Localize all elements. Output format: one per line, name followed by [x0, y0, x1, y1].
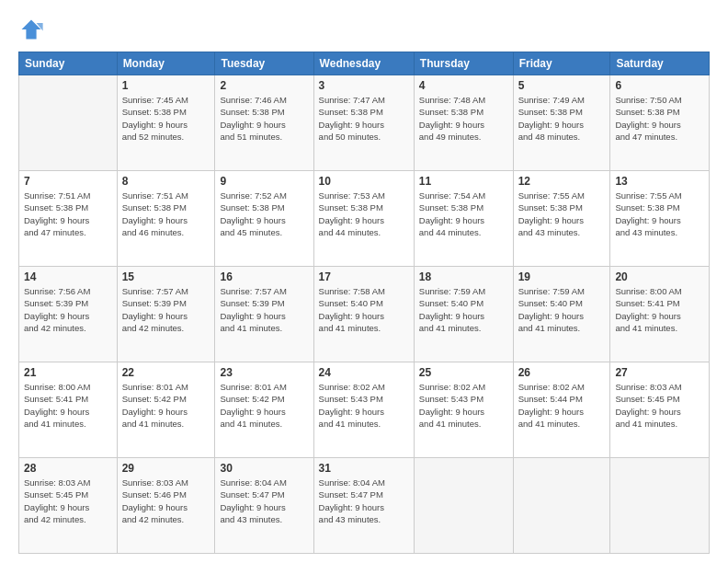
day-number: 8: [122, 175, 210, 188]
day-number: 9: [220, 175, 308, 188]
day-info: Sunrise: 8:01 AMSunset: 5:42 PMDaylight:…: [220, 381, 308, 430]
day-info: Sunrise: 7:55 AMSunset: 5:38 PMDaylight:…: [518, 190, 606, 238]
logo: [18, 17, 48, 42]
calendar-cell: 31Sunrise: 8:04 AMSunset: 5:47 PMDayligh…: [313, 458, 414, 554]
calendar-cell: 15Sunrise: 7:57 AMSunset: 5:39 PMDayligh…: [117, 267, 215, 362]
calendar-cell: 4Sunrise: 7:48 AMSunset: 5:38 PMDaylight…: [414, 75, 513, 171]
day-number: 2: [220, 79, 308, 92]
calendar-cell: 20Sunrise: 8:00 AMSunset: 5:41 PMDayligh…: [610, 267, 710, 362]
day-number: 30: [220, 462, 308, 475]
calendar-cell: 2Sunrise: 7:46 AMSunset: 5:38 PMDaylight…: [215, 75, 313, 171]
calendar-cell: 24Sunrise: 8:02 AMSunset: 5:43 PMDayligh…: [313, 362, 414, 458]
calendar-cell: 26Sunrise: 8:02 AMSunset: 5:44 PMDayligh…: [513, 362, 610, 458]
day-number: 25: [419, 366, 508, 379]
day-info: Sunrise: 8:03 AMSunset: 5:45 PMDaylight:…: [24, 477, 112, 525]
header: [18, 17, 710, 42]
day-info: Sunrise: 8:02 AMSunset: 5:43 PMDaylight:…: [319, 381, 409, 430]
calendar-cell: 9Sunrise: 7:52 AMSunset: 5:38 PMDaylight…: [215, 171, 313, 267]
weekday-header-thursday: Thursday: [414, 52, 513, 75]
day-info: Sunrise: 8:02 AMSunset: 5:44 PMDaylight:…: [518, 381, 606, 430]
day-info: Sunrise: 7:51 AMSunset: 5:38 PMDaylight:…: [24, 190, 112, 238]
calendar-cell: 13Sunrise: 7:55 AMSunset: 5:38 PMDayligh…: [610, 171, 710, 267]
calendar-cell: 29Sunrise: 8:03 AMSunset: 5:46 PMDayligh…: [117, 458, 215, 554]
weekday-header-wednesday: Wednesday: [313, 52, 414, 75]
day-info: Sunrise: 8:00 AMSunset: 5:41 PMDaylight:…: [24, 381, 112, 430]
weekday-header-tuesday: Tuesday: [215, 52, 313, 75]
day-number: 28: [24, 462, 112, 475]
day-info: Sunrise: 7:53 AMSunset: 5:38 PMDaylight:…: [319, 190, 409, 238]
day-info: Sunrise: 8:03 AMSunset: 5:46 PMDaylight:…: [122, 477, 210, 525]
day-info: Sunrise: 8:04 AMSunset: 5:47 PMDaylight:…: [220, 477, 308, 525]
day-info: Sunrise: 7:57 AMSunset: 5:39 PMDaylight:…: [220, 285, 308, 334]
day-number: 11: [419, 175, 508, 188]
day-info: Sunrise: 7:47 AMSunset: 5:38 PMDaylight:…: [319, 94, 409, 143]
calendar-cell: 10Sunrise: 7:53 AMSunset: 5:38 PMDayligh…: [313, 171, 414, 267]
logo-icon: [18, 17, 44, 42]
day-number: 26: [518, 366, 606, 379]
calendar-cell: 30Sunrise: 8:04 AMSunset: 5:47 PMDayligh…: [215, 458, 313, 554]
day-number: 4: [419, 79, 508, 92]
day-info: Sunrise: 7:46 AMSunset: 5:38 PMDaylight:…: [220, 94, 308, 143]
calendar-cell: 16Sunrise: 7:57 AMSunset: 5:39 PMDayligh…: [215, 267, 313, 362]
calendar-cell: 7Sunrise: 7:51 AMSunset: 5:38 PMDaylight…: [19, 171, 118, 267]
day-info: Sunrise: 7:52 AMSunset: 5:38 PMDaylight:…: [220, 190, 308, 238]
day-number: 17: [319, 270, 409, 283]
day-info: Sunrise: 7:56 AMSunset: 5:39 PMDaylight:…: [24, 285, 112, 334]
calendar-table: SundayMondayTuesdayWednesdayThursdayFrid…: [18, 52, 710, 554]
calendar-cell: 12Sunrise: 7:55 AMSunset: 5:38 PMDayligh…: [513, 171, 610, 267]
calendar-cell: 21Sunrise: 8:00 AMSunset: 5:41 PMDayligh…: [19, 362, 118, 458]
weekday-header-monday: Monday: [117, 52, 215, 75]
week-row-4: 21Sunrise: 8:00 AMSunset: 5:41 PMDayligh…: [19, 362, 710, 458]
day-number: 16: [220, 270, 308, 283]
day-info: Sunrise: 8:03 AMSunset: 5:45 PMDaylight:…: [615, 381, 704, 430]
day-number: 10: [319, 175, 409, 188]
calendar-cell: 14Sunrise: 7:56 AMSunset: 5:39 PMDayligh…: [19, 267, 118, 362]
calendar-cell: 3Sunrise: 7:47 AMSunset: 5:38 PMDaylight…: [313, 75, 414, 171]
day-number: 20: [615, 270, 704, 283]
week-row-1: 1Sunrise: 7:45 AMSunset: 5:38 PMDaylight…: [19, 75, 710, 171]
day-number: 1: [122, 79, 210, 92]
calendar-cell: 28Sunrise: 8:03 AMSunset: 5:45 PMDayligh…: [19, 458, 118, 554]
day-info: Sunrise: 7:55 AMSunset: 5:38 PMDaylight:…: [615, 190, 704, 238]
calendar-cell: 8Sunrise: 7:51 AMSunset: 5:38 PMDaylight…: [117, 171, 215, 267]
day-info: Sunrise: 8:04 AMSunset: 5:47 PMDaylight:…: [319, 477, 409, 525]
day-info: Sunrise: 8:02 AMSunset: 5:43 PMDaylight:…: [419, 381, 508, 430]
calendar-cell: [414, 458, 513, 554]
week-row-5: 28Sunrise: 8:03 AMSunset: 5:45 PMDayligh…: [19, 458, 710, 554]
weekday-header-sunday: Sunday: [19, 52, 118, 75]
day-number: 12: [518, 175, 606, 188]
day-number: 19: [518, 270, 606, 283]
calendar-cell: 5Sunrise: 7:49 AMSunset: 5:38 PMDaylight…: [513, 75, 610, 171]
day-number: 13: [615, 175, 704, 188]
day-number: 14: [24, 270, 112, 283]
calendar-cell: [19, 75, 118, 171]
weekday-header-friday: Friday: [513, 52, 610, 75]
day-info: Sunrise: 7:49 AMSunset: 5:38 PMDaylight:…: [518, 94, 606, 143]
day-info: Sunrise: 8:01 AMSunset: 5:42 PMDaylight:…: [122, 381, 210, 430]
calendar-cell: 22Sunrise: 8:01 AMSunset: 5:42 PMDayligh…: [117, 362, 215, 458]
day-number: 6: [615, 79, 704, 92]
day-info: Sunrise: 7:57 AMSunset: 5:39 PMDaylight:…: [122, 285, 210, 334]
day-info: Sunrise: 7:51 AMSunset: 5:38 PMDaylight:…: [122, 190, 210, 238]
day-info: Sunrise: 7:59 AMSunset: 5:40 PMDaylight:…: [419, 285, 508, 334]
day-info: Sunrise: 7:50 AMSunset: 5:38 PMDaylight:…: [615, 94, 704, 143]
day-info: Sunrise: 7:59 AMSunset: 5:40 PMDaylight:…: [518, 285, 606, 334]
week-row-2: 7Sunrise: 7:51 AMSunset: 5:38 PMDaylight…: [19, 171, 710, 267]
svg-marker-0: [22, 20, 41, 40]
weekday-header-saturday: Saturday: [610, 52, 710, 75]
calendar-cell: 17Sunrise: 7:58 AMSunset: 5:40 PMDayligh…: [313, 267, 414, 362]
calendar-page: SundayMondayTuesdayWednesdayThursdayFrid…: [0, 0, 728, 563]
calendar-cell: 18Sunrise: 7:59 AMSunset: 5:40 PMDayligh…: [414, 267, 513, 362]
calendar-cell: 19Sunrise: 7:59 AMSunset: 5:40 PMDayligh…: [513, 267, 610, 362]
day-number: 18: [419, 270, 508, 283]
calendar-cell: 11Sunrise: 7:54 AMSunset: 5:38 PMDayligh…: [414, 171, 513, 267]
calendar-cell: 1Sunrise: 7:45 AMSunset: 5:38 PMDaylight…: [117, 75, 215, 171]
day-number: 29: [122, 462, 210, 475]
calendar-cell: 6Sunrise: 7:50 AMSunset: 5:38 PMDaylight…: [610, 75, 710, 171]
weekday-header-row: SundayMondayTuesdayWednesdayThursdayFrid…: [19, 52, 710, 75]
calendar-cell: [610, 458, 710, 554]
calendar-cell: 23Sunrise: 8:01 AMSunset: 5:42 PMDayligh…: [215, 362, 313, 458]
day-number: 7: [24, 175, 112, 188]
week-row-3: 14Sunrise: 7:56 AMSunset: 5:39 PMDayligh…: [19, 267, 710, 362]
day-number: 15: [122, 270, 210, 283]
